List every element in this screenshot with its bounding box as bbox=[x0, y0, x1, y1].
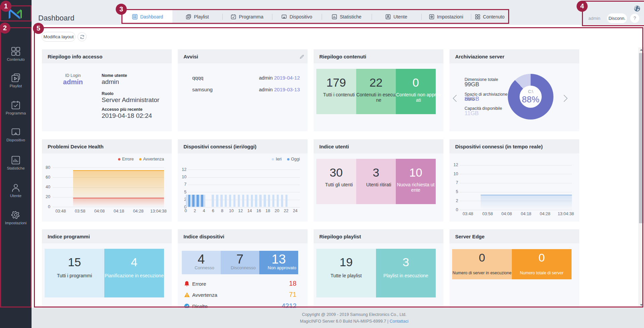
card-header: Indice dispositivi bbox=[178, 229, 308, 243]
card-header: Riepilogo contenuti bbox=[314, 49, 443, 63]
tile-disconnected[interactable]: 7 Disconnesso bbox=[221, 251, 260, 274]
bar-ieri bbox=[203, 195, 205, 207]
gridline bbox=[460, 174, 572, 174]
legend-dot bbox=[287, 158, 289, 160]
tab-icon bbox=[132, 14, 138, 19]
tab-programma[interactable]: Programma bbox=[222, 10, 272, 24]
edit-layout-button[interactable]: Modifica layout bbox=[42, 32, 75, 42]
bar-ieri bbox=[247, 195, 249, 207]
tab-impostazioni[interactable]: Impostazioni bbox=[421, 10, 471, 24]
chevron-right-icon bbox=[563, 94, 568, 102]
y-axis-label: 40 bbox=[41, 185, 50, 189]
contact-link[interactable]: Contattaci bbox=[389, 319, 408, 324]
x-axis-label: 03:58 bbox=[477, 212, 498, 216]
carousel-next-button[interactable] bbox=[563, 94, 568, 102]
y-axis-label: 0 bbox=[449, 207, 458, 212]
schedule-icon bbox=[231, 14, 236, 19]
realtime-devices-chart: 0257101203:4803:5804:0804:1804:2813:04:3… bbox=[449, 139, 579, 222]
tile-unapproved[interactable]: 13 Non approvato bbox=[259, 251, 298, 274]
sidebar-item-label: Utente bbox=[0, 194, 32, 198]
scrollbar-down-arrow[interactable] bbox=[638, 302, 644, 308]
sidebar-item-contenuto[interactable]: Contenuto bbox=[0, 47, 32, 61]
footer-build-line: MagicINFO Server 6.0 Build NA-MIIPS-6999… bbox=[32, 318, 644, 325]
settings-icon bbox=[429, 14, 434, 19]
legend-label: Ieri bbox=[276, 157, 281, 161]
top-header: Dashboard DashboardPlaylistProgrammaDisp… bbox=[32, 0, 644, 25]
bar-ieri bbox=[195, 195, 197, 207]
x-axis-label: 24 bbox=[284, 208, 306, 213]
magicinfo-logo bbox=[9, 9, 22, 19]
tab-statistiche[interactable]: Statistiche bbox=[322, 10, 371, 24]
y-axis-label: 10 bbox=[449, 172, 458, 176]
tab-dashboard[interactable]: Dashboard bbox=[123, 10, 172, 24]
carousel-prev-button[interactable] bbox=[452, 94, 457, 102]
tile-label: Tutti i programmi bbox=[46, 273, 103, 279]
tile-label: Playlist in esecuzione bbox=[376, 273, 436, 279]
card-server-edge: Server Edge 0 Numero di server in esecuz… bbox=[449, 229, 579, 312]
tile-value: 0 bbox=[512, 251, 572, 264]
tab-dispositivo[interactable]: Dispositivo bbox=[272, 10, 322, 24]
tile-label: Tutti gli utenti bbox=[316, 182, 362, 188]
sidebar-item-playlist[interactable]: Playlist bbox=[0, 73, 32, 88]
tab-icon bbox=[332, 14, 337, 19]
tab-contenuto[interactable]: Contenuto bbox=[471, 10, 508, 24]
y-axis-label: 7 bbox=[177, 182, 186, 187]
warning-icon bbox=[184, 292, 190, 297]
sidebar-item-dispositivo[interactable]: Dispositivo bbox=[0, 128, 32, 142]
bar-ieri bbox=[212, 195, 214, 207]
y-axis-label: 7 bbox=[449, 180, 458, 185]
sidebar-item-utente[interactable]: Utente bbox=[0, 183, 32, 198]
tile-running-edge-servers[interactable]: 0 Numero di server in esecuzione bbox=[452, 249, 512, 279]
card-title: Indice programmi bbox=[48, 234, 90, 239]
tile-all-playlists[interactable]: 19 Tutte le playlist bbox=[316, 249, 376, 297]
sidebar-item-statistiche[interactable]: Statistiche bbox=[0, 155, 32, 170]
tile-label: Contenuti non approvati bbox=[396, 92, 441, 103]
scrollbar-up-arrow[interactable] bbox=[638, 47, 644, 53]
tile-value: 3 bbox=[376, 255, 436, 269]
globe-icon[interactable] bbox=[634, 5, 641, 12]
help-button[interactable]: ? bbox=[630, 14, 639, 23]
refresh-button[interactable] bbox=[77, 32, 87, 41]
statistics-icon bbox=[11, 155, 20, 165]
footer: Copyright @ 2009 - 2019 Samsung Electron… bbox=[32, 308, 644, 328]
bar-ieri bbox=[242, 195, 244, 207]
tile-running-contents[interactable]: 22 Contenuti in esecuzione bbox=[356, 69, 396, 114]
tile-withdrawn-users[interactable]: 3 Utenti ritirati bbox=[356, 159, 396, 204]
tile-all-programs[interactable]: 15 Tutti i programmi bbox=[45, 249, 104, 297]
tab-playlist[interactable]: Playlist bbox=[172, 10, 222, 24]
notice-row: samsung admin 2019-03-13 bbox=[178, 87, 308, 93]
dashboard-grid-icon bbox=[132, 14, 138, 19]
chart-legend: IeriOggi bbox=[272, 157, 300, 161]
tile-label: Utenti ritirati bbox=[356, 182, 401, 188]
tile-unapproved-contents[interactable]: 0 Contenuti non approvati bbox=[396, 69, 436, 114]
content-grid-icon bbox=[475, 14, 480, 19]
bar-ieri bbox=[264, 195, 266, 207]
scrollbar-thumb[interactable] bbox=[639, 53, 644, 223]
notice-date-link[interactable]: 2019-03-13 bbox=[274, 87, 300, 92]
tile-label: Pianificazione in esecuzione bbox=[104, 273, 164, 279]
card-title: Riepilogo info accesso bbox=[48, 54, 102, 59]
tile-connected[interactable]: 4 Connesso bbox=[182, 251, 221, 274]
tile-all-users[interactable]: 30 Tutti gli utenti bbox=[316, 159, 356, 204]
status-row-warning[interactable]: Avvertenza 71 bbox=[178, 291, 308, 299]
tab-icon bbox=[186, 14, 191, 19]
tile-new-user-requests[interactable]: 10 Nuova richiesta utente bbox=[396, 159, 436, 204]
bar-ieri bbox=[216, 195, 218, 207]
tile-all-contents[interactable]: 179 Tutti i contenuti bbox=[316, 69, 356, 114]
sidebar-item-label: Impostazioni bbox=[0, 221, 32, 225]
sidebar-item-impostazioni[interactable]: Impostazioni bbox=[0, 210, 32, 225]
status-row-error[interactable]: Errore 18 bbox=[178, 280, 308, 288]
tile-total-edge-servers[interactable]: 0 Numero totale di server bbox=[512, 249, 572, 279]
edit-pencil-icon[interactable] bbox=[300, 54, 304, 59]
gridline bbox=[460, 210, 572, 210]
tab-utente[interactable]: Utente bbox=[372, 10, 421, 24]
tile-running-playlists[interactable]: 3 Playlist in esecuzione bbox=[376, 249, 436, 297]
tile-running-schedules[interactable]: 4 Pianificazione in esecuzione bbox=[104, 249, 164, 297]
metric-value: 88GB bbox=[465, 96, 479, 102]
sidebar-item-programma[interactable]: Programma bbox=[0, 100, 32, 115]
card-header: Server Edge bbox=[449, 229, 579, 243]
disconnect-button[interactable]: Disconn. bbox=[607, 13, 627, 23]
tab-icon bbox=[475, 14, 480, 19]
tab-divider bbox=[322, 14, 322, 20]
notice-date-link[interactable]: 2019-04-12 bbox=[274, 75, 300, 81]
